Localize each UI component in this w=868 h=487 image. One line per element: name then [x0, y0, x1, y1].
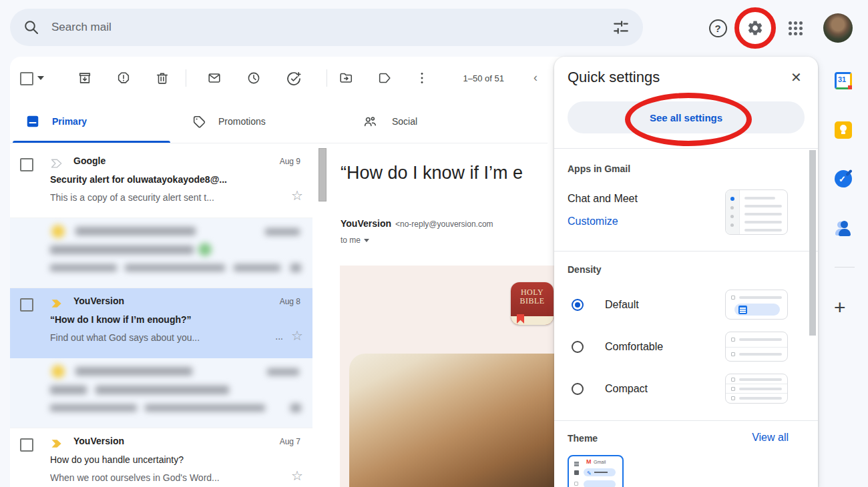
radio-compact[interactable] — [572, 383, 584, 395]
toolbar-divider — [327, 69, 327, 87]
star-icon[interactable]: ☆ — [291, 189, 303, 202]
importance-marker-icon[interactable] — [50, 157, 63, 170]
preview-recipient[interactable]: to me — [341, 235, 369, 245]
select-all-checkbox[interactable] — [20, 72, 33, 85]
tab-label: Primary — [52, 116, 87, 127]
email-sender: YouVersion — [73, 436, 124, 446]
tab-promotions[interactable]: Promotions — [172, 101, 335, 143]
move-to-icon[interactable] — [339, 71, 353, 85]
promotions-tag-icon — [192, 114, 206, 129]
preview-sender-line: YouVersion<no-reply@youversion.com — [341, 217, 493, 229]
report-spam-icon[interactable] — [116, 71, 131, 85]
mark-read-icon[interactable] — [207, 71, 222, 85]
email-date: Aug 9 — [280, 157, 300, 166]
gear-icon — [746, 19, 764, 37]
pagination-label: 1–50 of 51 — [434, 73, 504, 83]
tab-primary[interactable]: Primary — [10, 101, 172, 143]
social-people-icon — [363, 114, 377, 129]
radio-comfortable-label: Comfortable — [605, 341, 663, 353]
email-checkbox[interactable] — [20, 158, 33, 171]
radio-comfortable[interactable] — [572, 341, 584, 353]
calendar-icon[interactable]: 31 — [835, 72, 852, 89]
delete-icon[interactable] — [155, 71, 170, 85]
email-row[interactable]: YouVersion Aug 7 How do you handle uncer… — [10, 428, 312, 487]
keep-icon[interactable] — [835, 121, 852, 139]
tasks-icon[interactable]: ✓ — [835, 170, 852, 187]
tab-social[interactable]: Social — [335, 101, 497, 143]
theme-thumbnail-selected[interactable]: M Gmail ✎ — [568, 455, 624, 487]
preview-sender-name: YouVersion — [341, 218, 391, 229]
apps-grid-icon — [789, 21, 803, 35]
email-subject: “How do I know if I’m enough?” — [50, 314, 192, 325]
tab-label: Promotions — [218, 116, 266, 127]
panel-divider — [554, 148, 818, 149]
density-compact-thumbnail — [725, 374, 788, 404]
search-bar[interactable]: Search mail — [10, 9, 643, 46]
see-all-settings-button[interactable]: See all settings — [568, 101, 805, 133]
add-to-tasks-icon[interactable] — [286, 71, 302, 87]
radio-default-label: Default — [605, 299, 639, 311]
density-comfortable-thumbnail — [725, 332, 788, 362]
search-icon[interactable] — [23, 19, 39, 35]
contacts-icon[interactable] — [835, 220, 852, 237]
bible-app-icon: HOLYBIBLE — [511, 282, 554, 325]
newer-page-chevron[interactable]: ‹ — [533, 71, 537, 85]
email-row-redacted[interactable] — [10, 358, 312, 428]
panel-divider — [554, 420, 818, 421]
importance-marker-icon[interactable] — [50, 437, 63, 450]
email-checkbox[interactable] — [20, 298, 33, 312]
label-icon[interactable] — [377, 71, 392, 85]
email-date: Aug 7 — [280, 437, 300, 446]
snippet-overflow: ... — [275, 331, 283, 342]
email-sender: YouVersion — [73, 296, 124, 306]
chat-and-meet-label: Chat and Meet — [568, 193, 638, 205]
settings-gear-button[interactable] — [740, 13, 770, 43]
density-heading: Density — [568, 264, 602, 275]
radio-compact-label: Compact — [605, 383, 648, 395]
quick-settings-title: Quick settings — [568, 69, 660, 86]
radio-default[interactable] — [572, 299, 584, 311]
customize-link[interactable]: Customize — [568, 215, 618, 227]
theme-thumb-brand: Gmail — [594, 460, 606, 464]
list-scrollbar-thumb[interactable] — [318, 148, 327, 201]
search-input[interactable]: Search mail — [51, 21, 612, 34]
email-sender: Google — [73, 155, 105, 166]
preview-sender-email: <no-reply@youversion.com — [395, 219, 493, 229]
gmail-m-logo: M — [586, 458, 592, 465]
show-details-icon[interactable] — [364, 239, 369, 242]
email-snippet: When we root ourselves in God's Word... — [50, 472, 220, 483]
panel-scrollbar-thumb[interactable] — [809, 150, 816, 336]
density-default-thumbnail — [725, 290, 788, 320]
google-apps-button[interactable] — [781, 13, 810, 43]
archive-icon[interactable] — [77, 71, 92, 85]
email-row-selected[interactable]: YouVersion Aug 8 “How do I know if I’m e… — [10, 288, 312, 358]
more-options-icon[interactable] — [415, 71, 429, 85]
get-add-ons-plus-icon[interactable]: + — [834, 296, 846, 319]
apps-in-gmail-heading: Apps in Gmail — [568, 163, 630, 174]
email-snippet: This is a copy of a security alert sent … — [50, 192, 214, 203]
select-dropdown-icon[interactable] — [37, 76, 44, 80]
help-button[interactable]: ? — [703, 13, 732, 43]
panel-divider — [554, 251, 818, 252]
email-checkbox[interactable] — [20, 438, 33, 452]
email-snippet: Find out what God says about you... — [50, 332, 200, 343]
email-subject: Security alert for oluwatayokayode8@... — [50, 174, 227, 185]
snooze-icon[interactable] — [246, 71, 261, 85]
redacted-content — [10, 358, 312, 428]
rail-divider — [835, 267, 855, 268]
star-icon[interactable]: ☆ — [291, 469, 303, 482]
email-row[interactable]: Google Aug 9 Security alert for oluwatay… — [10, 148, 312, 218]
close-icon[interactable]: ✕ — [787, 69, 806, 86]
importance-marker-icon[interactable] — [50, 297, 63, 310]
email-date: Aug 8 — [280, 297, 300, 306]
account-avatar[interactable] — [823, 13, 853, 43]
theme-view-all-link[interactable]: View all — [734, 432, 789, 444]
gmail-app: Search mail ? 1–50 of 51 ‹ Primary Promo… — [0, 0, 868, 487]
primary-inbox-icon — [25, 114, 40, 129]
theme-heading: Theme — [568, 433, 598, 444]
email-body-photo — [349, 354, 574, 487]
chat-meet-thumbnail — [725, 189, 788, 235]
star-icon[interactable]: ☆ — [291, 329, 303, 342]
email-row-redacted[interactable] — [10, 218, 312, 288]
search-options-icon[interactable] — [612, 19, 630, 36]
